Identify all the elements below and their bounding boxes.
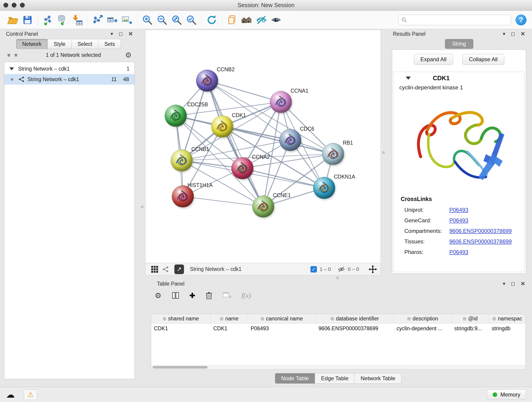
network-collection-row[interactable]: String Network – cdk1 1 (4, 64, 134, 74)
export-table-button[interactable] (105, 13, 120, 27)
tab-sets[interactable]: Sets (98, 39, 121, 49)
show-columns-button[interactable] (172, 292, 179, 299)
birds-eye-view-button[interactable] (149, 264, 160, 274)
search-input[interactable] (409, 17, 508, 23)
crosslink-genecard[interactable]: P06493 (449, 217, 468, 224)
tab-node-table[interactable]: Node Table (275, 373, 315, 384)
pan-mode-button[interactable] (369, 265, 377, 274)
column-header[interactable]: ⊞description (394, 314, 452, 323)
table-column-icon: ⊞ (260, 316, 264, 321)
network-canvas: CCNB2CCNA1CDC25BCDK1CDC6RB1CCNB1CCNA2CDK… (146, 30, 380, 263)
network-node-cdc6[interactable] (279, 129, 301, 151)
panel-float-icon[interactable]: ◻ (119, 32, 123, 36)
import-table-button[interactable] (70, 13, 85, 27)
column-header[interactable]: ⊞database identifier (316, 314, 394, 323)
search-box[interactable] (398, 15, 511, 25)
zoom-out-button[interactable] (155, 13, 169, 27)
table-row[interactable]: CDK1CDK1P064939606.ENSP00000378699cyclin… (151, 323, 525, 333)
panel-close-icon[interactable]: ✕ (128, 31, 133, 37)
import-network-database-button[interactable] (55, 13, 70, 27)
delete-column-button[interactable] (205, 292, 213, 299)
toolbar-separator (222, 14, 222, 26)
expand-all-icon[interactable]: « (13, 53, 20, 57)
splitter-handle[interactable] (141, 206, 143, 208)
tab-network-table[interactable]: Network Table (355, 373, 402, 384)
tab-network[interactable]: Network (16, 39, 48, 49)
panel-float-icon[interactable]: ◻ (511, 32, 515, 36)
open-session-button[interactable] (6, 13, 20, 27)
export-image-button[interactable] (120, 13, 134, 27)
collapse-all-button[interactable]: Collapse All (462, 54, 504, 65)
warnings-button[interactable]: ⚠ (24, 389, 37, 400)
network-node-ccnb2[interactable] (196, 70, 218, 92)
network-node-ccnb1[interactable] (171, 149, 193, 172)
panel-menu-icon[interactable]: ▾ (503, 281, 505, 286)
horizontal-scrollbar[interactable] (151, 365, 525, 369)
node-table[interactable]: ⊞shared name⊞name⊞canonical name⊞databas… (151, 314, 526, 370)
network-node-hist1h1a[interactable] (172, 185, 194, 207)
column-header[interactable]: ⊞@id (452, 314, 489, 323)
tab-edge-table[interactable]: Edge Table (315, 373, 355, 384)
expand-all-button[interactable]: Expand All (414, 54, 453, 65)
add-column-button[interactable]: ✚ (190, 292, 195, 300)
eye-slash-icon (255, 14, 267, 26)
panel-float-icon[interactable]: ◻ (511, 281, 515, 286)
column-header[interactable]: ⊞namespac (489, 314, 526, 323)
hidden-toggle-button[interactable] (338, 266, 345, 273)
splitter-handle[interactable] (336, 277, 339, 279)
crosslink-compartments[interactable]: 9606.ENSP00000378699 (449, 228, 512, 234)
function-builder-button[interactable]: f(x) (241, 292, 251, 299)
network-node-cdkn1a[interactable] (313, 177, 335, 199)
collapse-all-icon[interactable]: » (6, 53, 13, 57)
crosslink-pharos[interactable]: P06493 (449, 249, 468, 255)
network-share-button[interactable] (160, 264, 171, 274)
scrollbar-thumb[interactable] (152, 366, 208, 369)
column-header[interactable]: ⊞canonical name (248, 314, 316, 323)
zoom-selected-button[interactable] (184, 13, 199, 27)
delete-table-button[interactable] (223, 292, 231, 299)
caret-down-icon[interactable] (406, 77, 411, 80)
panel-close-icon[interactable]: ✕ (520, 281, 525, 287)
cloud-icon[interactable]: ☁ (6, 390, 15, 399)
hide-selected-button[interactable] (254, 13, 269, 27)
column-header[interactable]: ⊞shared name (151, 314, 210, 323)
import-network-button[interactable] (41, 13, 55, 27)
network-node-cdk1[interactable] (211, 115, 233, 138)
network-node-ccne1[interactable] (252, 196, 274, 217)
panel-menu-icon[interactable]: ▾ (111, 32, 113, 36)
memory-status-dot (493, 392, 497, 397)
save-session-button[interactable] (20, 13, 35, 27)
network-node-rb1[interactable] (322, 143, 344, 165)
zoom-in-button[interactable] (140, 13, 155, 27)
table-panel: Table Panel ▾ ◻ ✕ ⚙ ✚ f(x) ⊞shared name⊞… (149, 280, 528, 383)
panel-menu-icon[interactable]: ▾ (503, 32, 505, 36)
crosslink-tissues[interactable]: 9606.ENSP00000378699 (449, 238, 512, 245)
caret-down-icon[interactable] (9, 67, 14, 70)
splitter-handle[interactable] (382, 151, 385, 154)
zoom-fit-button[interactable] (169, 13, 184, 27)
export-network-button[interactable] (90, 13, 105, 27)
help-button[interactable]: ? (515, 14, 526, 26)
apply-layout-button[interactable] (204, 13, 219, 27)
tab-select[interactable]: Select (72, 39, 99, 49)
panel-close-icon[interactable]: ✕ (520, 31, 525, 37)
network-node-cdc25b[interactable] (165, 105, 187, 127)
network-row[interactable]: String Network – cdk1 11 48 (4, 74, 134, 85)
clone-network-button[interactable] (225, 13, 239, 27)
show-all-button[interactable] (269, 13, 283, 27)
crosslink-uniprot[interactable]: P06493 (449, 207, 468, 213)
tab-style[interactable]: Style (48, 39, 71, 49)
open-in-new-button[interactable]: ↗ (174, 264, 184, 274)
network-overview-button[interactable] (239, 13, 254, 27)
table-settings-button[interactable]: ⚙ (155, 291, 162, 300)
network-node-ccna1[interactable] (270, 91, 292, 113)
selected-checkbox-icon[interactable]: ✓ (310, 266, 317, 273)
network-view[interactable]: CCNB2CCNA1CDC25BCDK1CDC6RB1CCNB1CCNA2CDK… (145, 30, 381, 263)
tab-string[interactable]: String (445, 39, 473, 49)
gene-section-header[interactable]: CDK1 (394, 72, 524, 84)
column-header[interactable]: ⊞name (210, 314, 248, 323)
save-icon (22, 14, 33, 26)
memory-button[interactable]: Memory (487, 389, 526, 400)
gear-menu-button[interactable]: ⚙ (125, 51, 132, 59)
network-node-ccna2[interactable] (231, 157, 253, 179)
